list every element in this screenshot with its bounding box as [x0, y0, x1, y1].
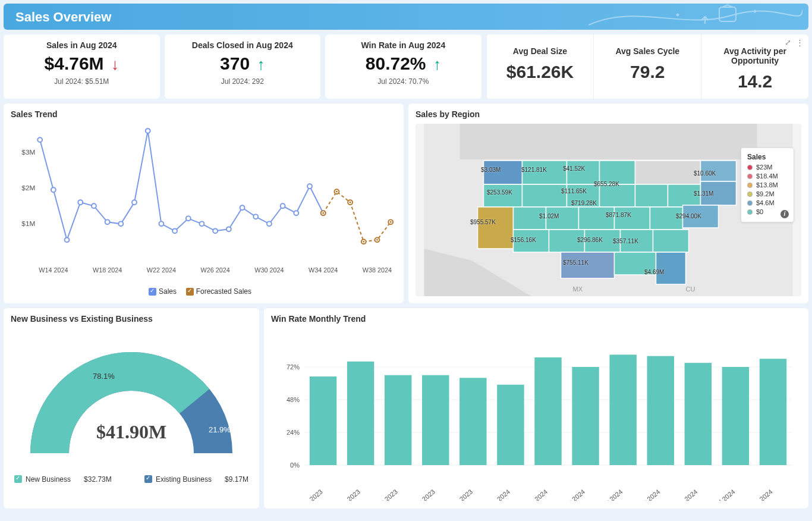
svg-rect-99	[572, 367, 599, 465]
legend-forecast[interactable]: Forecasted Sales	[186, 287, 251, 296]
svg-point-28	[267, 221, 272, 226]
svg-text:W30 2024: W30 2024	[254, 266, 284, 274]
svg-rect-64	[615, 207, 650, 230]
svg-text:$2M: $2M	[21, 184, 35, 192]
kpi-title: Win Rate in Aug 2024	[330, 40, 477, 50]
kpi-deals[interactable]: Deals Closed in Aug 2024 370 ↑ Jul 2024:…	[165, 34, 321, 99]
svg-point-13	[65, 237, 70, 242]
svg-rect-87	[347, 361, 374, 464]
kpi-title: Deals Closed in Aug 2024	[169, 40, 316, 50]
svg-text:Jan 2024: Jan 2024	[486, 488, 511, 501]
page-title: Sales Overview	[15, 10, 111, 24]
svg-point-26	[240, 205, 245, 210]
kpi-title: Sales in Aug 2024	[8, 40, 155, 50]
svg-text:W26 2024: W26 2024	[201, 266, 230, 274]
svg-text:Jun 2024: Jun 2024	[673, 488, 698, 501]
kpi-group-right: ⤢ ⋮ Avg Deal Size $61.26K Avg Sales Cycl…	[486, 34, 808, 99]
more-icon[interactable]: ⋮	[796, 38, 804, 47]
legend-swatch-icon	[144, 475, 152, 483]
svg-rect-63	[579, 207, 615, 230]
legend-swatch-icon	[186, 288, 194, 296]
trend-legend: Sales Forecasted Sales	[11, 287, 396, 297]
svg-text:Apr 2024: Apr 2024	[599, 488, 624, 501]
svg-rect-91	[422, 375, 449, 464]
map-value: $3.03M	[481, 167, 501, 173]
svg-text:Dec 2023: Dec 2023	[448, 488, 474, 501]
svg-point-18	[132, 200, 137, 205]
svg-point-17	[118, 221, 123, 226]
map-value: $121.81K	[521, 167, 547, 173]
svg-rect-89	[385, 375, 411, 464]
svg-text:$1M: $1M	[21, 219, 35, 228]
map-value: $871.87K	[606, 212, 631, 218]
svg-rect-101	[609, 354, 636, 465]
svg-text:Mar 2024: Mar 2024	[561, 488, 586, 501]
sales-trend-chart[interactable]: $1M$2M$3MW14 2024W18 2024W22 2024W26 202…	[11, 124, 396, 284]
panel-title: Sales Trend	[11, 109, 396, 119]
svg-point-21	[172, 228, 177, 233]
page-header: Sales Overview	[4, 4, 808, 30]
svg-text:Aug 2023: Aug 2023	[298, 488, 324, 501]
svg-text:May 2024: May 2024	[635, 488, 662, 501]
map-value: $41.52K	[563, 165, 585, 172]
panel-title: New Business vs Existing Business	[11, 314, 252, 324]
kpi-value: 370 ↑	[169, 54, 316, 74]
expand-icon[interactable]: ⤢	[785, 38, 791, 47]
card-actions: ⤢ ⋮	[785, 38, 804, 47]
svg-rect-54	[523, 184, 567, 207]
svg-point-11	[37, 137, 42, 142]
svg-point-24	[213, 228, 218, 233]
svg-text:Sep 2023: Sep 2023	[335, 488, 361, 501]
svg-text:W34 2024: W34 2024	[309, 266, 338, 274]
svg-rect-93	[459, 378, 486, 465]
map-value: $1.02M	[539, 213, 559, 219]
svg-text:Nov 2023: Nov 2023	[410, 488, 436, 501]
info-icon[interactable]: i	[780, 210, 789, 218]
map-value: $955.57K	[470, 219, 496, 225]
kpi-sales[interactable]: Sales in Aug 2024 $4.76M ↓ Jul 2024: $5.…	[4, 34, 160, 99]
kpi-prev: Jul 2024: 292	[169, 77, 316, 86]
map-color-legend: Sales $23M $18.4M $13.8M $9.2M $4.6M $0 …	[741, 147, 794, 222]
svg-text:W14 2024: W14 2024	[39, 266, 68, 274]
svg-text:W22 2024: W22 2024	[147, 266, 176, 274]
svg-rect-56	[600, 184, 635, 207]
svg-text:24%: 24%	[287, 429, 300, 436]
svg-point-19	[146, 128, 150, 133]
svg-rect-109	[760, 359, 786, 465]
svg-text:Oct 2023: Oct 2023	[374, 488, 399, 501]
winrate-trend-panel: Win Rate Monthly Trend 0%24%48%72%Aug 20…	[264, 308, 808, 509]
kpi-prev: Jul 2024: 70.7%	[330, 77, 477, 86]
map-value: $10.60K	[694, 170, 716, 177]
svg-text:0%: 0%	[290, 462, 300, 469]
map-value: $655.28K	[594, 181, 619, 187]
svg-text:$3M: $3M	[21, 148, 35, 156]
svg-rect-60	[478, 207, 514, 249]
svg-point-15	[92, 203, 96, 208]
cu-label: CU	[686, 285, 695, 293]
legend-sales[interactable]: Sales	[149, 287, 177, 296]
map-value: $357.11K	[613, 238, 638, 244]
kpi-avg-cycle[interactable]: Avg Sales Cycle 79.2	[593, 34, 701, 99]
svg-point-25	[226, 227, 231, 231]
svg-point-14	[78, 200, 83, 205]
kpi-winrate[interactable]: Win Rate in Aug 2024 80.72% ↑ Jul 2024: …	[325, 34, 481, 99]
svg-point-23	[200, 221, 204, 226]
gauge-chart[interactable]: 78.1% 21.9% $41.90M	[11, 328, 252, 471]
svg-text:W18 2024: W18 2024	[93, 266, 122, 274]
svg-rect-95	[497, 384, 524, 464]
svg-point-34	[322, 212, 324, 214]
map-value: $253.59K	[487, 189, 512, 196]
panel-title: Win Rate Monthly Trend	[271, 314, 801, 324]
svg-rect-97	[534, 357, 561, 464]
winrate-bar-chart[interactable]: 0%24%48%72%Aug 2023Sep 2023Oct 2023Nov 2…	[271, 328, 801, 501]
map-value: $4.69M	[644, 269, 664, 275]
kpi-avg-deal[interactable]: Avg Deal Size $61.26K	[486, 34, 594, 99]
kpi-value: $4.76M ↓	[8, 54, 155, 74]
sales-region-panel: Sales by Region	[408, 103, 808, 303]
new-vs-existing-panel: New Business vs Existing Business 78.1% …	[4, 308, 259, 509]
svg-point-22	[186, 216, 191, 221]
region-map[interactable]: MX CU $3.03M $121.81K $41.52K $655.28K $…	[416, 124, 801, 296]
svg-point-36	[336, 191, 338, 193]
mx-label: MX	[573, 285, 583, 293]
map-value: $296.86K	[577, 237, 603, 243]
